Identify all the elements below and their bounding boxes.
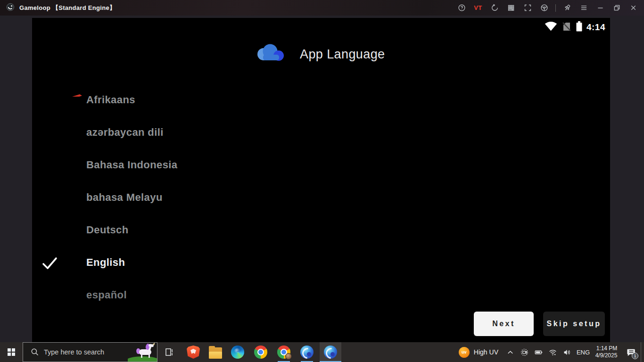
input-language-indicator[interactable]: ENG: [574, 342, 593, 362]
taskbar-item-file-explorer[interactable]: [205, 342, 226, 362]
file-explorer-icon: [209, 347, 222, 359]
show-desktop-button[interactable]: [641, 342, 644, 362]
edge-icon: [231, 346, 244, 359]
language-option[interactable]: azərbaycan dili: [86, 125, 164, 140]
language-label: Deutsch: [86, 224, 129, 236]
language-option[interactable]: bahasa Melayu: [86, 190, 163, 205]
taskbar-item-brave[interactable]: [182, 342, 204, 362]
language-label: bahasa Melayu: [86, 191, 163, 203]
brave-icon: [187, 346, 200, 359]
meet-now-icon[interactable]: [517, 342, 531, 362]
desktop: Gameloop 【Standard Engine】 VT: [0, 0, 644, 362]
language-label: English: [86, 256, 125, 268]
chrome-profile-icon: [277, 346, 290, 359]
language-list: Afrikaansazərbaycan diliBahasa Indonesia…: [32, 18, 610, 342]
vt-button[interactable]: VT: [472, 2, 484, 14]
close-icon[interactable]: [627, 2, 639, 14]
game-center-icon[interactable]: [538, 2, 550, 14]
weather-widget[interactable]: uv High UV: [454, 342, 503, 362]
language-label: Bahasa Indonesia: [86, 159, 177, 171]
language-option[interactable]: Deutsch: [86, 222, 129, 238]
apps-grid-icon[interactable]: [505, 2, 517, 14]
gameloop-logo-icon: [6, 3, 15, 13]
titlebar-divider: [555, 4, 556, 12]
volume-icon[interactable]: [560, 342, 574, 362]
taskbar-item-chrome-profile[interactable]: [273, 342, 295, 362]
notification-center-button[interactable]: 1: [622, 342, 641, 362]
pin-icon[interactable]: [561, 2, 573, 14]
task-view-button[interactable]: [160, 342, 178, 362]
windows-taskbar: uv High UV: [0, 342, 644, 362]
language-label: Afrikaans: [86, 94, 135, 106]
search-highlight-unicorn-image: [128, 343, 157, 362]
notification-count-badge: 1: [632, 353, 638, 359]
wifi-tray-icon[interactable]: [545, 342, 560, 362]
fullscreen-icon[interactable]: [521, 2, 534, 14]
windows-logo-icon: [8, 348, 15, 356]
minimize-icon[interactable]: [594, 2, 606, 14]
task-view-icon: [164, 347, 174, 357]
taskbar-item-gameloop-active[interactable]: [320, 342, 341, 362]
language-option[interactable]: Afrikaans: [86, 92, 135, 107]
battery-tray-icon[interactable]: [531, 342, 545, 362]
system-tray: uv High UV: [454, 342, 644, 362]
start-button[interactable]: [0, 342, 23, 362]
gameloop-icon: [300, 346, 314, 359]
clock[interactable]: 1:14 PM 4/9/2025: [593, 342, 622, 362]
tray-time: 1:14 PM: [595, 345, 618, 352]
taskbar-search[interactable]: [23, 342, 157, 362]
taskbar-item-edge[interactable]: [227, 342, 248, 362]
reboot-icon[interactable]: [488, 2, 501, 14]
help-icon[interactable]: [455, 2, 468, 14]
menu-icon[interactable]: [578, 2, 590, 14]
language-option[interactable]: English: [86, 255, 125, 270]
gameloop-titlebar: Gameloop 【Standard Engine】 VT: [0, 0, 644, 16]
window-title: Gameloop 【Standard Engine】: [19, 4, 116, 12]
profile-avatar: [285, 353, 292, 360]
language-option[interactable]: Bahasa Indonesia: [86, 157, 177, 173]
tray-date: 4/9/2025: [595, 352, 618, 359]
skip-setup-button[interactable]: Skip setup: [543, 312, 605, 336]
search-icon: [31, 348, 39, 356]
emulator-screen: 4:14 App Language Afrikaansazərbaycan di…: [32, 18, 610, 342]
uv-label: High UV: [474, 348, 498, 356]
selected-check-icon: [41, 255, 58, 272]
language-label: español: [86, 289, 127, 301]
gameloop-window-body: 4:14 App Language Afrikaansazərbaycan di…: [0, 16, 644, 342]
tray-chevron-up[interactable]: [503, 342, 517, 362]
red-cursor-arrow: [72, 92, 83, 100]
language-option[interactable]: español: [86, 288, 127, 303]
taskbar-item-chrome[interactable]: [250, 342, 272, 362]
language-label: azərbaycan dili: [86, 126, 164, 138]
gameloop-active-icon: [324, 346, 337, 359]
chrome-icon: [254, 346, 267, 359]
taskbar-item-gameloop[interactable]: [296, 342, 318, 362]
uv-index-icon: uv: [459, 347, 470, 358]
restore-icon[interactable]: [611, 2, 623, 14]
next-button[interactable]: Next: [474, 312, 534, 336]
search-input[interactable]: [44, 348, 128, 356]
